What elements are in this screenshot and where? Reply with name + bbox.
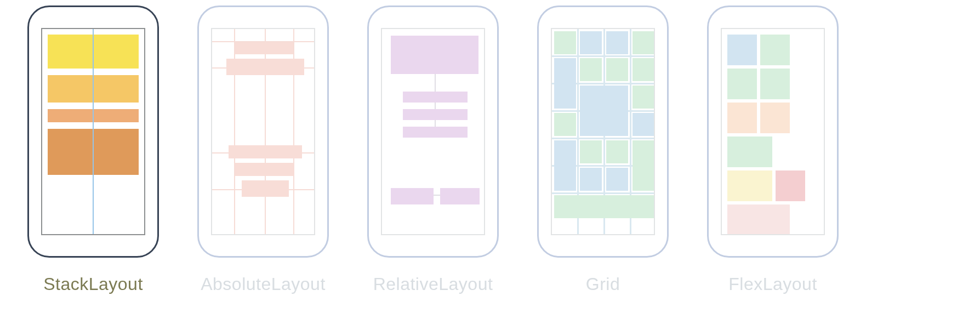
phone-frame (707, 5, 839, 258)
phone-frame (27, 5, 159, 258)
absolute-block (229, 145, 302, 158)
absolute-block (242, 180, 289, 197)
flex-block (760, 69, 790, 99)
grid-cell (554, 140, 576, 191)
connector-line (434, 195, 440, 196)
grid-cell (606, 58, 628, 81)
layout-option-stack[interactable]: StackLayout (27, 5, 159, 319)
relative-block (403, 109, 468, 120)
layout-option-relative[interactable]: RelativeLayout (367, 5, 499, 319)
relative-block (391, 188, 434, 204)
grid-cell (554, 58, 576, 109)
alignment-guide-vertical (93, 29, 94, 234)
layout-label: StackLayout (43, 274, 143, 294)
connector-line (435, 120, 436, 127)
layout-label: AbsoluteLayout (201, 274, 326, 294)
flex-block (727, 69, 757, 99)
flex-container (722, 29, 824, 235)
layout-label: Grid (586, 274, 620, 294)
grid-line (552, 192, 654, 194)
phone-frame (367, 5, 499, 258)
phone-screen (211, 28, 315, 235)
grid-line (552, 138, 654, 139)
phone-screen (381, 28, 485, 235)
flex-block (727, 137, 772, 167)
phone-screen (551, 28, 655, 235)
flex-block (760, 103, 790, 133)
layout-option-flex[interactable]: FlexLayout (707, 5, 839, 319)
grid-cell (580, 168, 602, 191)
phone-screen (721, 28, 825, 235)
grid-cell (606, 31, 628, 54)
grid-cell (633, 31, 654, 54)
flex-block (727, 204, 790, 235)
flex-block (727, 35, 757, 65)
grid-cell (633, 113, 654, 136)
absolute-block (226, 59, 304, 75)
relative-block (403, 127, 468, 138)
absolute-block (235, 42, 293, 54)
relative-block (403, 92, 468, 103)
layout-label: RelativeLayout (373, 274, 493, 294)
layout-option-absolute[interactable]: AbsoluteLayout (197, 5, 329, 319)
grid-cell (633, 86, 654, 109)
layout-label: FlexLayout (728, 274, 817, 294)
flex-block (776, 170, 805, 201)
flex-block (727, 170, 772, 201)
grid-cell (580, 86, 628, 136)
grid-cell (606, 140, 628, 163)
layout-option-grid[interactable]: Grid (537, 5, 669, 319)
grid-cell (633, 58, 654, 81)
relative-block (440, 188, 480, 204)
flex-block (727, 103, 757, 133)
relative-block (391, 36, 478, 74)
grid-cell (633, 140, 654, 191)
grid-cell (554, 195, 654, 218)
grid-cell (606, 168, 628, 191)
grid-cell (554, 113, 576, 136)
grid-cell (580, 140, 602, 163)
grid-cell (554, 31, 576, 54)
flex-block (760, 35, 790, 65)
grid-line (552, 55, 654, 57)
phone-screen (41, 28, 145, 235)
phone-frame (537, 5, 669, 258)
absolute-block (235, 163, 294, 176)
grid-cell (580, 31, 602, 54)
connector-line (435, 74, 436, 92)
phone-frame (197, 5, 329, 258)
grid-cell (580, 58, 602, 81)
connector-line (435, 103, 436, 109)
